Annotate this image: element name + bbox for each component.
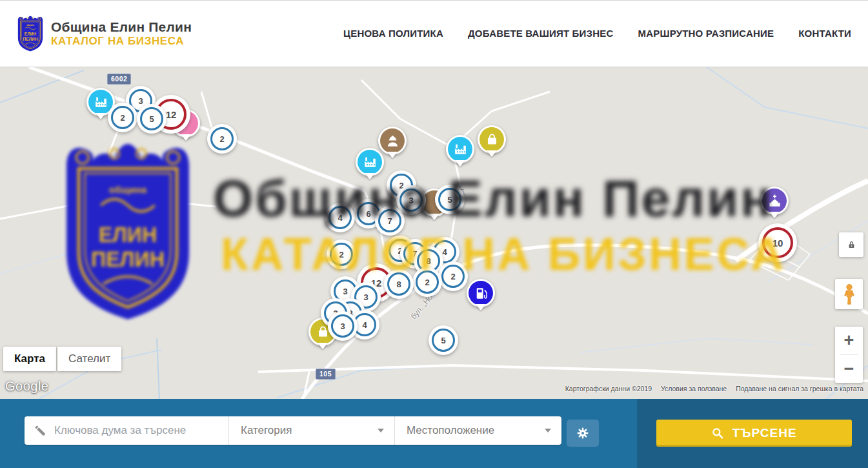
bag-icon <box>479 127 504 152</box>
marker-layer: 3122522536471024728221283383435 <box>0 67 868 399</box>
cluster-count: 5 <box>438 188 461 211</box>
search-form: Категория Местоположение <box>25 416 561 445</box>
site-subtitle: КАТАЛОГ НА БИЗНЕСА <box>51 35 192 48</box>
map-cluster-marker[interactable]: 5 <box>435 185 465 214</box>
municipality-emblem-icon: община ЕЛИН ПЕЛИН <box>15 15 45 52</box>
cluster-count: 10 <box>762 227 793 258</box>
svg-text:ПЕЛИН: ПЕЛИН <box>23 37 38 41</box>
zoom-out-button[interactable]: − <box>835 355 863 383</box>
search-bar: Категория Местоположение ТЪРСЕНЕ <box>0 399 868 468</box>
map-pin-fuel[interactable] <box>467 279 495 307</box>
cluster-count: 2 <box>210 127 234 150</box>
map-cluster-marker[interactable]: 4 <box>325 203 355 232</box>
svg-text:ЕЛИН: ЕЛИН <box>25 32 37 36</box>
map-cluster-marker[interactable]: 3 <box>328 311 358 341</box>
map-pin-bag[interactable] <box>478 125 506 154</box>
map-cluster-marker[interactable]: 5 <box>429 325 458 355</box>
map-pin-factory[interactable] <box>356 148 384 176</box>
category-select[interactable]: Категория <box>229 416 395 445</box>
chevron-down-icon <box>545 429 551 436</box>
nav-contacts[interactable]: КОНТАКТИ <box>798 28 851 39</box>
pencil-icon <box>34 424 46 437</box>
map-attribution: Картографски данни ©2019 Условия за полз… <box>565 385 863 392</box>
cluster-count: 2 <box>416 270 439 294</box>
cluster-count: 7 <box>378 209 401 232</box>
church-icon <box>762 188 787 213</box>
location-select[interactable]: Местоположение <box>395 416 561 445</box>
advanced-settings-button[interactable] <box>567 420 599 447</box>
cluster-count: 4 <box>328 206 352 229</box>
keyword-segment <box>25 416 229 445</box>
nav-add-business[interactable]: ДОБАВЕТЕ ВАШИЯТ БИЗНЕС <box>468 28 613 39</box>
pegman-control[interactable] <box>835 279 863 309</box>
svg-text:община: община <box>26 24 34 26</box>
nav-route-schedule[interactable]: МАРШРУТНО РАЗПИСАНИЕ <box>638 28 774 39</box>
chevron-down-icon <box>378 429 384 436</box>
cluster-count: 3 <box>399 188 423 212</box>
cluster-count: 2 <box>441 265 465 288</box>
search-submit-button[interactable]: ТЪРСЕНЕ <box>656 420 852 447</box>
lock-icon <box>847 240 856 250</box>
header: община ЕЛИН ПЕЛИН Община Елин Пелин КАТА… <box>0 0 868 66</box>
map-cluster-marker[interactable]: 8 <box>384 269 414 299</box>
pegman-icon <box>840 283 859 306</box>
map-cluster-marker[interactable]: 2 <box>207 124 237 154</box>
location-select-value: Местоположение <box>407 424 494 437</box>
category-select-value: Категория <box>241 424 292 437</box>
attribution-report-link[interactable]: Подаване на сигнал за грешка в картата <box>736 385 863 392</box>
factory-icon <box>358 150 382 174</box>
map-pin-factory[interactable] <box>446 135 474 163</box>
google-logo[interactable]: Google <box>5 379 49 394</box>
map-type-control: Карта Сателит <box>3 347 121 371</box>
map-cluster-marker[interactable]: 5 <box>137 104 167 134</box>
search-icon <box>711 427 724 440</box>
map-pin-worker[interactable] <box>378 127 407 155</box>
map-canvas[interactable]: ул. Преславбул. „Новоселци“ 6002105 3122… <box>0 67 868 399</box>
zoom-control: + − <box>835 327 863 383</box>
map-cluster-marker[interactable]: 2 <box>412 267 442 297</box>
map-pin-church[interactable] <box>760 187 789 215</box>
site-logo[interactable]: община ЕЛИН ПЕЛИН Община Елин Пелин КАТА… <box>15 15 192 52</box>
map-cluster-marker[interactable]: 7 <box>375 206 405 236</box>
attribution-copyright: Картографски данни ©2019 <box>565 385 652 392</box>
map-lock-button[interactable] <box>839 232 863 257</box>
nav-pricing-policy[interactable]: ЦЕНОВА ПОЛИТИКА <box>343 28 443 39</box>
zoom-in-button[interactable]: + <box>835 327 863 354</box>
map-type-satellite-button[interactable]: Сателит <box>57 347 121 371</box>
gear-icon <box>576 426 590 440</box>
cluster-count: 3 <box>331 314 354 338</box>
attribution-terms-link[interactable]: Условия за ползване <box>661 385 727 392</box>
cluster-count: 5 <box>432 329 455 352</box>
fuel-icon <box>469 281 493 305</box>
site-title: Община Елин Пелин <box>51 19 192 35</box>
map-cluster-marker[interactable]: 2 <box>108 103 137 132</box>
search-button-label: ТЪРСЕНЕ <box>732 426 796 440</box>
cluster-count: 5 <box>140 107 163 130</box>
main-nav: ЦЕНОВА ПОЛИТИКА ДОБАВЕТЕ ВАШИЯТ БИЗНЕС М… <box>343 28 851 39</box>
factory-icon <box>448 137 472 161</box>
cluster-count: 2 <box>330 243 353 266</box>
worker-icon <box>380 128 405 153</box>
map-cluster-marker[interactable]: 10 <box>758 223 797 262</box>
map-cluster-marker[interactable]: 2 <box>327 239 356 269</box>
map-type-map-button[interactable]: Карта <box>3 347 56 371</box>
map-cluster-marker[interactable]: 2 <box>438 261 468 291</box>
cluster-count: 8 <box>387 272 410 296</box>
keyword-search-input[interactable] <box>53 423 217 438</box>
cluster-count: 2 <box>111 106 134 129</box>
